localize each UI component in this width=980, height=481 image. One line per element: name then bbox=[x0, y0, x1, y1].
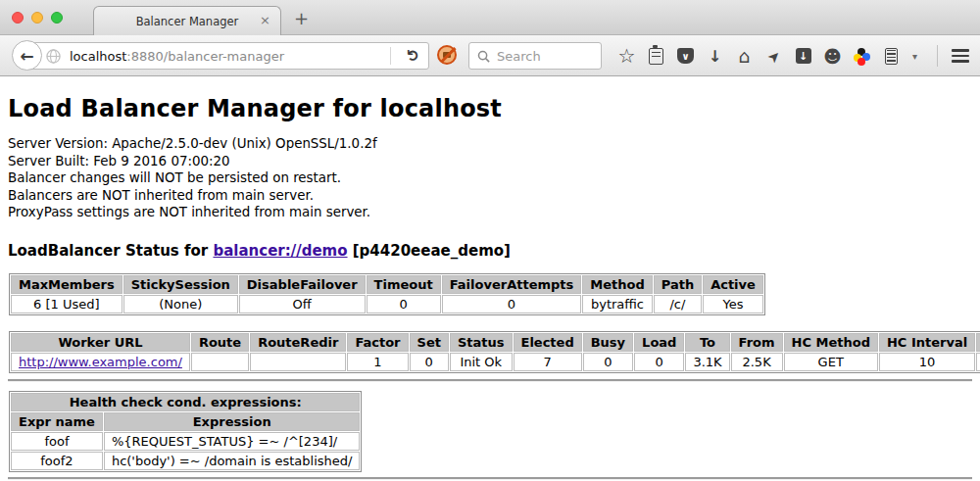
battery-extension-icon[interactable] bbox=[882, 47, 901, 66]
col-hc-method: HC Method bbox=[784, 333, 878, 352]
chevron-down-icon[interactable]: ▾ bbox=[906, 47, 924, 66]
browser-window: Balancer Manager × + ← localhost:8880/ba… bbox=[0, 0, 980, 481]
bookmarks-sidebar-icon[interactable] bbox=[647, 47, 665, 66]
tab-balancer-manager[interactable]: Balancer Manager × bbox=[93, 6, 281, 35]
pocket-icon[interactable]: ∨ bbox=[676, 47, 695, 66]
cell-from: 2.5K bbox=[731, 353, 783, 371]
toolbar-separator bbox=[937, 45, 938, 67]
col-from: From bbox=[731, 333, 783, 352]
navigation-toolbar: ← localhost:8880/balancer-manager ↻ ☆ ∨ … bbox=[0, 35, 980, 76]
globe-icon bbox=[46, 49, 61, 64]
balancer-settings-table: MaxMembers StickySession DisableFailover… bbox=[9, 273, 765, 315]
back-button[interactable]: ← bbox=[12, 40, 42, 71]
flashblock-icon[interactable] bbox=[437, 45, 457, 65]
search-input[interactable] bbox=[497, 49, 595, 64]
server-built: Server Built: Feb 9 2016 07:00:20 bbox=[8, 153, 972, 170]
cell-load: 0 bbox=[634, 353, 684, 371]
cell-worker-url: http://www.example.com/ bbox=[11, 353, 190, 371]
col-routeredir: RouteRedir bbox=[250, 333, 346, 352]
color-dots-extension-icon[interactable] bbox=[853, 47, 871, 66]
smiley-extension-icon[interactable]: ☻ bbox=[823, 47, 842, 66]
table-header-row: MaxMembers StickySession DisableFailover… bbox=[11, 275, 763, 294]
cell-routeredir bbox=[250, 353, 346, 371]
urlbar-divider bbox=[390, 47, 391, 65]
table-title-row: Health check cond. expressions: bbox=[11, 393, 360, 411]
url-host: localhost bbox=[70, 49, 126, 64]
url-text: localhost:8880/balancer-manager bbox=[70, 49, 284, 64]
notice-inherit: Balancers are NOT inherited from main se… bbox=[8, 187, 972, 205]
download-extension-icon[interactable]: ↓ bbox=[794, 47, 812, 66]
page-bottom-divider bbox=[8, 477, 972, 480]
loadbalancer-heading: LoadBalancer Status for balancer://demo … bbox=[8, 242, 972, 260]
send-page-icon[interactable]: ➤ bbox=[760, 43, 787, 70]
col-load: Load bbox=[634, 333, 684, 352]
col-maxmembers: MaxMembers bbox=[11, 275, 122, 294]
col-method: Method bbox=[582, 275, 652, 294]
tab-close-icon[interactable]: × bbox=[260, 14, 270, 27]
cell-disablefailover: Off bbox=[239, 295, 366, 313]
toolbar-icons: ☆ ∨ ↓ ⌂ ➤ ↓ ☻ ▾ bbox=[617, 35, 980, 76]
col-factor: Factor bbox=[347, 333, 408, 352]
cell-status: Init Ok bbox=[450, 353, 513, 371]
section-divider bbox=[8, 379, 972, 382]
health-check-table: Health check cond. expressions: Expr nam… bbox=[9, 391, 362, 472]
col-disablefailover: DisableFailover bbox=[239, 275, 366, 294]
col-passes: Passes bbox=[976, 333, 980, 352]
search-bar[interactable] bbox=[468, 42, 602, 70]
col-status: Status bbox=[450, 333, 513, 352]
cell-failoverattempts: 0 bbox=[442, 295, 582, 313]
new-tab-button[interactable]: + bbox=[294, 8, 309, 28]
downloads-icon[interactable]: ↓ bbox=[706, 47, 724, 66]
cell-stickysession: (None) bbox=[123, 295, 238, 313]
cell-method: bytraffic bbox=[582, 295, 652, 313]
cell-maxmembers: 6 [1 Used] bbox=[11, 295, 122, 313]
worker-table: Worker URL Route RouteRedir Factor Set S… bbox=[9, 331, 980, 373]
balancer-demo-link[interactable]: balancer://demo bbox=[213, 242, 347, 260]
col-busy: Busy bbox=[583, 333, 633, 352]
col-to: To bbox=[685, 333, 729, 352]
cell-route bbox=[191, 353, 249, 371]
table-row: foof %{REQUEST_STATUS} =~ /^[234]/ bbox=[11, 432, 360, 451]
reload-icon[interactable]: ↻ bbox=[404, 49, 422, 62]
cell-factor: 1 bbox=[347, 353, 408, 371]
cell-active: Yes bbox=[703, 295, 763, 313]
cell-expr-name: foof2 bbox=[11, 452, 103, 470]
cell-path: /c/ bbox=[654, 295, 702, 313]
home-icon[interactable]: ⌂ bbox=[735, 47, 754, 66]
cell-passes: 1 (0) bbox=[976, 353, 980, 371]
table-header-row: Worker URL Route RouteRedir Factor Set S… bbox=[11, 333, 980, 352]
tab-bar: Balancer Manager × + bbox=[0, 0, 980, 35]
url-path: :8880/balancer-manager bbox=[126, 49, 284, 64]
table-row: http://www.example.com/ 1 0 Init Ok 7 0 … bbox=[11, 353, 980, 371]
page-content: Load Balancer Manager for localhost Serv… bbox=[0, 95, 980, 480]
cell-hc-interval: 10 bbox=[879, 353, 975, 371]
hc-table-title: Health check cond. expressions: bbox=[11, 393, 360, 411]
table-header-row: Expr name Expression bbox=[11, 412, 360, 431]
cell-to: 3.1K bbox=[685, 353, 729, 371]
server-info: Server Version: Apache/2.5.0-dev (Unix) … bbox=[8, 135, 972, 221]
zoom-window-button[interactable] bbox=[51, 12, 63, 24]
close-window-button[interactable] bbox=[12, 12, 24, 24]
col-expression: Expression bbox=[104, 412, 361, 431]
table-row: foof2 hc('body') =~ /domain is establish… bbox=[11, 452, 360, 470]
notice-proxypass: ProxyPass settings are NOT inherited fro… bbox=[8, 204, 972, 221]
col-elected: Elected bbox=[514, 333, 582, 352]
menu-hamburger-icon[interactable] bbox=[951, 47, 969, 66]
col-hc-interval: HC Interval bbox=[879, 333, 975, 352]
cell-timeout: 0 bbox=[367, 295, 441, 313]
cell-expr-name: foof bbox=[11, 432, 103, 451]
window-controls bbox=[12, 12, 63, 24]
col-expr-name: Expr name bbox=[11, 412, 103, 431]
tab-title: Balancer Manager bbox=[136, 15, 239, 28]
col-set: Set bbox=[410, 333, 449, 352]
cell-elected: 7 bbox=[514, 353, 582, 371]
search-icon bbox=[477, 50, 490, 63]
lb-heading-prefix: LoadBalancer Status for bbox=[8, 242, 213, 260]
cell-hc-method: GET bbox=[784, 353, 878, 371]
bookmark-star-icon[interactable]: ☆ bbox=[617, 47, 636, 66]
cell-expression: %{REQUEST_STATUS} =~ /^[234]/ bbox=[104, 432, 361, 451]
minimize-window-button[interactable] bbox=[31, 12, 43, 24]
clipboard-icon bbox=[649, 48, 663, 65]
worker-url-link[interactable]: http://www.example.com/ bbox=[19, 355, 182, 369]
url-bar[interactable]: localhost:8880/balancer-manager ↻ bbox=[27, 42, 429, 70]
